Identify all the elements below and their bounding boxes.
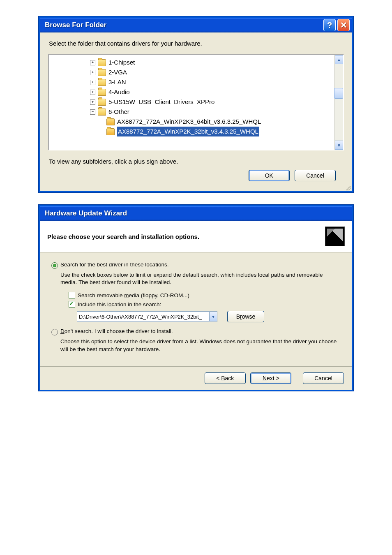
tree-item[interactable]: + 5-US15W_USB_Client_Drivers_XPPro bbox=[90, 97, 261, 107]
location-input[interactable] bbox=[77, 314, 209, 320]
option-description: Use the check boxes below to limit or ex… bbox=[60, 271, 341, 286]
folder-icon bbox=[98, 79, 106, 86]
folder-icon bbox=[98, 69, 106, 76]
expand-icon[interactable]: + bbox=[90, 90, 95, 95]
dialog-title: Browse For Folder bbox=[45, 21, 322, 29]
scroll-thumb[interactable] bbox=[334, 88, 343, 99]
tree-item-selected[interactable]: AX88772_772A_WinXP2K_32bit_v3.4.3.25_WHQ… bbox=[106, 127, 261, 136]
titlebar[interactable]: Hardware Update Wizard bbox=[40, 206, 352, 221]
checkbox-label: Search removable media (floppy, CD-ROM..… bbox=[78, 292, 189, 298]
dialog-body: Select the folder that contains drivers … bbox=[40, 32, 352, 191]
ok-button[interactable]: OK bbox=[249, 170, 290, 181]
radio-unchecked-icon[interactable] bbox=[51, 329, 58, 335]
wizard-heading: Please choose your search and installati… bbox=[47, 233, 325, 240]
tree-item[interactable]: − 6-Other bbox=[90, 107, 261, 117]
radio-label: Search for the best driver in these loca… bbox=[60, 261, 168, 268]
option-description: Choose this option to select the device … bbox=[60, 338, 341, 353]
tree-label: 6-Other bbox=[108, 107, 129, 117]
wizard-icon bbox=[325, 227, 345, 246]
next-button[interactable]: Next > bbox=[250, 372, 291, 384]
tree-label: 2-VGA bbox=[108, 67, 127, 77]
cancel-button[interactable]: Cancel bbox=[295, 170, 336, 181]
tree-item[interactable]: + 3-LAN bbox=[90, 77, 261, 87]
resize-grip[interactable] bbox=[345, 185, 350, 190]
scroll-up-button[interactable]: ▲ bbox=[335, 55, 343, 64]
tree-label: 3-LAN bbox=[108, 77, 126, 87]
checkbox-label: Include this location in the search: bbox=[78, 301, 161, 308]
close-button[interactable]: ✕ bbox=[337, 19, 350, 31]
expand-icon[interactable]: + bbox=[90, 60, 95, 65]
tree-label: 1-Chipset bbox=[108, 58, 135, 67]
hardware-update-wizard: Hardware Update Wizard Please choose you… bbox=[39, 205, 353, 391]
expand-icon[interactable]: + bbox=[90, 99, 95, 105]
tree-item[interactable]: AX88772_772A_WinXP2K3_64bit_v3.6.3.25_WH… bbox=[106, 117, 261, 127]
folder-tree[interactable]: + 1-Chipset + 2-VGA + 3-LAN + 4- bbox=[48, 54, 344, 150]
folder-icon bbox=[98, 109, 106, 116]
radio-checked-icon[interactable] bbox=[51, 262, 58, 269]
instruction-text: Select the folder that contains drivers … bbox=[49, 40, 344, 47]
checkbox-include-location[interactable]: Include this location in the search: bbox=[69, 301, 341, 308]
tree-item[interactable]: + 1-Chipset bbox=[90, 58, 261, 67]
folder-icon bbox=[98, 59, 106, 66]
location-combobox[interactable]: ▼ bbox=[77, 311, 217, 322]
folder-icon bbox=[98, 89, 106, 96]
wizard-footer: < Back Next > Cancel bbox=[40, 366, 352, 390]
wizard-body: Search for the best driver in these loca… bbox=[40, 252, 352, 366]
tree-label: AX88772_772A_WinXP2K3_64bit_v3.6.3.25_WH… bbox=[117, 117, 261, 127]
checkbox-unchecked-icon[interactable] bbox=[69, 292, 75, 298]
vertical-scrollbar[interactable]: ▲ ▼ bbox=[334, 55, 343, 150]
expand-icon[interactable]: + bbox=[90, 70, 95, 75]
checkbox-checked-icon[interactable] bbox=[69, 301, 75, 308]
dropdown-icon[interactable]: ▼ bbox=[209, 312, 217, 321]
scroll-down-button[interactable]: ▼ bbox=[335, 141, 343, 150]
checkbox-removable-media[interactable]: Search removable media (floppy, CD-ROM..… bbox=[69, 292, 341, 298]
hint-text: To view any subfolders, click a plus sig… bbox=[49, 158, 344, 165]
collapse-icon[interactable]: − bbox=[90, 109, 95, 115]
browse-for-folder-dialog: Browse For Folder ? ✕ Select the folder … bbox=[39, 16, 353, 192]
tree-label: 4-Audio bbox=[108, 87, 130, 97]
tree-item[interactable]: + 2-VGA bbox=[90, 67, 261, 77]
radio-label: Don't search. I will choose the driver t… bbox=[60, 328, 173, 334]
radio-search-best-driver[interactable]: Search for the best driver in these loca… bbox=[51, 261, 341, 269]
titlebar[interactable]: Browse For Folder ? ✕ bbox=[40, 18, 352, 32]
back-button[interactable]: < Back bbox=[205, 372, 246, 384]
folder-open-icon bbox=[106, 118, 115, 125]
radio-dont-search[interactable]: Don't search. I will choose the driver t… bbox=[51, 328, 341, 335]
tree-item[interactable]: + 4-Audio bbox=[90, 87, 261, 97]
expand-icon[interactable]: + bbox=[90, 80, 95, 85]
folder-icon bbox=[98, 99, 106, 106]
cancel-button[interactable]: Cancel bbox=[303, 372, 344, 384]
help-button[interactable]: ? bbox=[323, 19, 336, 31]
tree-label: 5-US15W_USB_Client_Drivers_XPPro bbox=[108, 97, 214, 107]
folder-open-icon bbox=[106, 128, 115, 135]
wizard-header: Please choose your search and installati… bbox=[40, 221, 352, 252]
dialog-title: Hardware Update Wizard bbox=[45, 209, 350, 217]
tree-label: AX88772_772A_WinXP2K_32bit_v3.4.3.25_WHQ… bbox=[117, 127, 259, 136]
browse-button[interactable]: Browse bbox=[227, 311, 264, 322]
